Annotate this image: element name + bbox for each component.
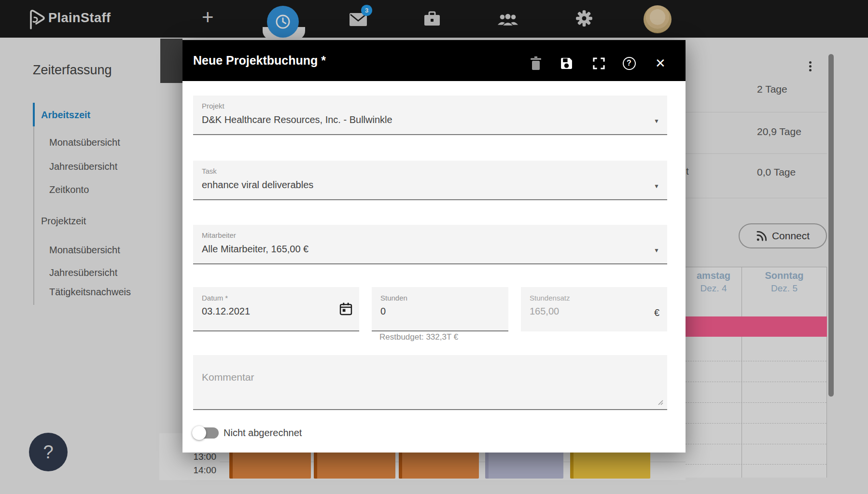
dialog-header: Neue Projektbuchung * ? ✕ [182, 40, 686, 81]
kommentar-textarea[interactable] [193, 355, 667, 409]
stundensatz-input [530, 306, 645, 317]
fullscreen-button[interactable] [589, 54, 608, 73]
stunden-input[interactable] [380, 306, 488, 317]
delete-button[interactable] [526, 54, 546, 73]
neue-projektbuchung-dialog: Neue Projektbuchung * ? ✕ Projekt D&K He… [182, 40, 686, 453]
chevron-down-icon: ▼ [654, 183, 659, 190]
toggle-label: Nicht abgerechnet [224, 427, 302, 439]
datum-field: Datum * [193, 287, 359, 331]
chevron-down-icon: ▼ [654, 118, 659, 124]
projekt-value: D&K Healthcare Resources, Inc. - Bullwin… [202, 114, 658, 125]
datum-input[interactable] [202, 306, 336, 317]
resize-handle-icon[interactable] [657, 399, 663, 405]
stundensatz-label: Stundensatz [530, 294, 658, 302]
chevron-down-icon: ▼ [654, 247, 659, 254]
stunden-label: Stunden [380, 294, 500, 302]
help-button[interactable]: ? [619, 54, 639, 73]
projekt-label: Projekt [202, 102, 658, 110]
mitarbeiter-label: Mitarbeiter [202, 231, 658, 239]
close-button[interactable]: ✕ [651, 54, 670, 73]
save-button[interactable] [557, 54, 576, 73]
stundensatz-field: Stundensatz € [521, 287, 667, 331]
kommentar-field [193, 355, 667, 410]
mitarbeiter-value: Alle Mitarbeiter, 165,00 € [202, 244, 658, 255]
task-value: enhance viral deliverables [202, 179, 658, 191]
app-root: PlainStaff + 3 [0, 0, 868, 494]
datum-label: Datum * [202, 294, 350, 302]
euro-suffix: € [654, 307, 659, 318]
projekt-select[interactable]: Projekt D&K Healthcare Resources, Inc. -… [193, 96, 667, 135]
calendar-icon[interactable] [339, 302, 352, 316]
task-select[interactable]: Task enhance viral deliverables ▼ [193, 161, 667, 200]
task-label: Task [202, 167, 658, 175]
toggle-knob[interactable] [192, 426, 206, 440]
mitarbeiter-select[interactable]: Mitarbeiter Alle Mitarbeiter, 165,00 € ▼ [193, 225, 667, 264]
restbudget-helper: Restbudget: 332,3T € [379, 332, 458, 342]
stunden-field: Stunden [372, 287, 508, 331]
dialog-title: Neue Projektbuchung * [193, 40, 326, 81]
